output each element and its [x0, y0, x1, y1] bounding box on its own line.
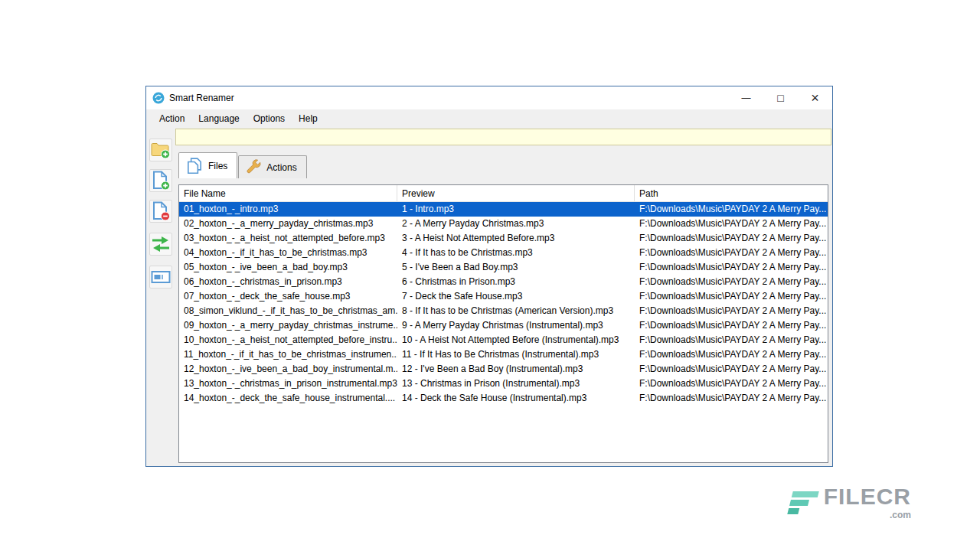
cell-file-name[interactable]: 10_hoxton_-_a_heist_not_attempted_before…	[179, 333, 397, 347]
cell-path[interactable]: F:\Downloads\Music\PAYDAY 2 A Merry Pay.…	[635, 362, 828, 377]
table-row[interactable]: 13_hoxton_-_christmas_in_prison_instrume…	[179, 377, 828, 391]
cell-path[interactable]: F:\Downloads\Music\PAYDAY 2 A Merry Pay.…	[635, 333, 828, 347]
file-list-body: 01_hoxton_-_intro.mp3 1 - Intro.mp3 F:\D…	[179, 202, 828, 406]
filecr-logo-text: FILECR .com	[824, 485, 911, 520]
cell-preview[interactable]: 4 - If It has to be Christmas.mp3	[397, 246, 635, 260]
table-row[interactable]: 01_hoxton_-_intro.mp3 1 - Intro.mp3 F:\D…	[179, 202, 828, 217]
table-row[interactable]: 07_hoxton_-_deck_the_safe_house.mp3 7 - …	[179, 289, 828, 304]
cell-preview[interactable]: 2 - A Merry Payday Christmas.mp3	[397, 217, 635, 231]
content-area: Files Actions File Name Preview Path 01_…	[146, 128, 832, 466]
watermark-brand: FILECR	[824, 485, 911, 508]
cell-preview[interactable]: 12 - I've Been a Bad Boy (Instrumental).…	[397, 362, 635, 377]
table-row[interactable]: 14_hoxton_-_deck_the_safe_house_instrume…	[179, 391, 828, 406]
cell-file-name[interactable]: 01_hoxton_-_intro.mp3	[179, 202, 397, 217]
cell-path[interactable]: F:\Downloads\Music\PAYDAY 2 A Merry Pay.…	[635, 304, 828, 318]
column-header-preview[interactable]: Preview	[397, 185, 635, 201]
cell-preview[interactable]: 9 - A Merry Payday Christmas (Instrument…	[397, 318, 635, 333]
cell-path[interactable]: F:\Downloads\Music\PAYDAY 2 A Merry Pay.…	[635, 275, 828, 289]
cell-file-name[interactable]: 14_hoxton_-_deck_the_safe_house_instrume…	[179, 391, 397, 406]
table-row[interactable]: 02_hoxton_-_a_merry_payday_christmas.mp3…	[179, 217, 828, 231]
refresh-icon	[151, 236, 171, 253]
cell-path[interactable]: F:\Downloads\Music\PAYDAY 2 A Merry Pay.…	[635, 260, 828, 275]
app-icon	[152, 92, 165, 104]
cell-preview[interactable]: 7 - Deck the Safe House.mp3	[397, 289, 635, 304]
cell-file-name[interactable]: 07_hoxton_-_deck_the_safe_house.mp3	[179, 289, 397, 304]
rename-button[interactable]	[149, 266, 172, 289]
cell-path[interactable]: F:\Downloads\Music\PAYDAY 2 A Merry Pay.…	[635, 391, 828, 406]
table-row[interactable]: 09_hoxton_-_a_merry_payday_christmas_ins…	[179, 318, 828, 333]
tab-actions-label: Actions	[266, 162, 296, 173]
table-header: File Name Preview Path	[179, 185, 828, 202]
window-controls: — □ ×	[729, 86, 832, 109]
cell-file-name[interactable]: 11_hoxton_-_if_it_has_to_be_christmas_in…	[179, 347, 397, 362]
menu-options[interactable]: Options	[247, 109, 292, 128]
rename-pattern-input[interactable]	[175, 129, 831, 145]
cell-file-name[interactable]: 05_hoxton_-_ive_been_a_bad_boy.mp3	[179, 260, 397, 275]
filecr-logo-icon	[787, 491, 818, 514]
column-header-file-name[interactable]: File Name	[179, 185, 397, 201]
add-folder-button[interactable]	[149, 139, 172, 161]
menu-language[interactable]: Language	[191, 109, 246, 128]
menu-help[interactable]: Help	[292, 109, 325, 128]
table-row[interactable]: 10_hoxton_-_a_heist_not_attempted_before…	[179, 333, 828, 347]
cell-path[interactable]: F:\Downloads\Music\PAYDAY 2 A Merry Pay.…	[635, 318, 828, 333]
column-header-path[interactable]: Path	[635, 185, 828, 201]
cell-preview[interactable]: 11 - If It Has to Be Christmas (Instrume…	[397, 347, 635, 362]
cell-file-name[interactable]: 12_hoxton_-_ive_been_a_bad_boy_instrumen…	[179, 362, 397, 377]
tab-files-label: Files	[208, 161, 227, 171]
maximize-button[interactable]: □	[763, 86, 798, 109]
cell-file-name[interactable]: 03_hoxton_-_a_heist_not_attempted_before…	[179, 231, 397, 246]
cell-file-name[interactable]: 04_hoxton_-_if_it_has_to_be_christmas.mp…	[179, 246, 397, 260]
file-remove-icon	[151, 201, 171, 221]
cell-preview[interactable]: 3 - A Heist Not Attempted Before.mp3	[397, 231, 635, 246]
tab-actions[interactable]: Actions	[238, 155, 306, 178]
cell-path[interactable]: F:\Downloads\Music\PAYDAY 2 A Merry Pay.…	[635, 202, 828, 217]
smart-renamer-window: Smart Renamer — □ × Action Language Opti…	[145, 86, 833, 467]
table-row[interactable]: 06_hoxton_-_christmas_in_prison.mp3 6 - …	[179, 275, 828, 289]
cell-preview[interactable]: 14 - Deck the Safe House (Instrumental).…	[397, 391, 635, 406]
cell-file-name[interactable]: 06_hoxton_-_christmas_in_prison.mp3	[179, 275, 397, 289]
cell-preview[interactable]: 1 - Intro.mp3	[397, 202, 635, 217]
cell-file-name[interactable]: 09_hoxton_-_a_merry_payday_christmas_ins…	[179, 318, 397, 333]
file-add-icon	[151, 171, 171, 191]
cell-preview[interactable]: 10 - A Heist Not Attempted Before (Instr…	[397, 333, 635, 347]
remove-files-button[interactable]	[149, 200, 172, 223]
rename-icon	[151, 269, 171, 285]
cell-file-name[interactable]: 08_simon_viklund_-_if_it_has_to_be_chris…	[179, 304, 397, 318]
table-row[interactable]: 04_hoxton_-_if_it_has_to_be_christmas.mp…	[179, 246, 828, 260]
cell-path[interactable]: F:\Downloads\Music\PAYDAY 2 A Merry Pay.…	[635, 347, 828, 362]
cell-path[interactable]: F:\Downloads\Music\PAYDAY 2 A Merry Pay.…	[635, 377, 828, 391]
cell-path[interactable]: F:\Downloads\Music\PAYDAY 2 A Merry Pay.…	[635, 246, 828, 260]
add-files-button[interactable]	[149, 169, 172, 192]
cell-preview[interactable]: 13 - Christmas in Prison (Instrumental).…	[397, 377, 635, 391]
watermark-tld: .com	[890, 510, 911, 520]
file-table[interactable]: File Name Preview Path 01_hoxton_-_intro…	[178, 184, 828, 463]
menu-action[interactable]: Action	[152, 109, 191, 128]
cell-path[interactable]: F:\Downloads\Music\PAYDAY 2 A Merry Pay.…	[635, 217, 828, 231]
menu-bar: Action Language Options Help	[146, 109, 832, 128]
tab-bar: Files Actions	[178, 151, 307, 178]
wrench-icon	[245, 159, 262, 176]
filecr-watermark: FILECR .com	[790, 485, 911, 520]
table-row[interactable]: 12_hoxton_-_ive_been_a_bad_boy_instrumen…	[179, 362, 828, 377]
table-row[interactable]: 11_hoxton_-_if_it_has_to_be_christmas_in…	[179, 347, 828, 362]
minimize-button[interactable]: —	[729, 86, 763, 109]
table-row[interactable]: 05_hoxton_-_ive_been_a_bad_boy.mp3 5 - I…	[179, 260, 828, 275]
cell-preview[interactable]: 8 - If It has to be Christmas (American …	[397, 304, 635, 318]
folder-add-icon	[151, 141, 171, 159]
cell-path[interactable]: F:\Downloads\Music\PAYDAY 2 A Merry Pay.…	[635, 231, 828, 246]
cell-file-name[interactable]: 13_hoxton_-_christmas_in_prison_instrume…	[179, 377, 397, 391]
close-button[interactable]: ×	[798, 86, 832, 109]
table-row[interactable]: 08_simon_viklund_-_if_it_has_to_be_chris…	[179, 304, 828, 318]
tab-files[interactable]: Files	[178, 152, 237, 178]
window-title: Smart Renamer	[169, 93, 234, 103]
cell-preview[interactable]: 6 - Christmas in Prison.mp3	[397, 275, 635, 289]
refresh-preview-button[interactable]	[149, 233, 172, 256]
cell-file-name[interactable]: 02_hoxton_-_a_merry_payday_christmas.mp3	[179, 217, 397, 231]
cell-preview[interactable]: 5 - I've Been a Bad Boy.mp3	[397, 260, 635, 275]
title-bar: Smart Renamer — □ ×	[146, 86, 832, 109]
side-toolbar	[146, 128, 175, 466]
files-icon	[185, 157, 204, 175]
table-row[interactable]: 03_hoxton_-_a_heist_not_attempted_before…	[179, 231, 828, 246]
cell-path[interactable]: F:\Downloads\Music\PAYDAY 2 A Merry Pay.…	[635, 289, 828, 304]
